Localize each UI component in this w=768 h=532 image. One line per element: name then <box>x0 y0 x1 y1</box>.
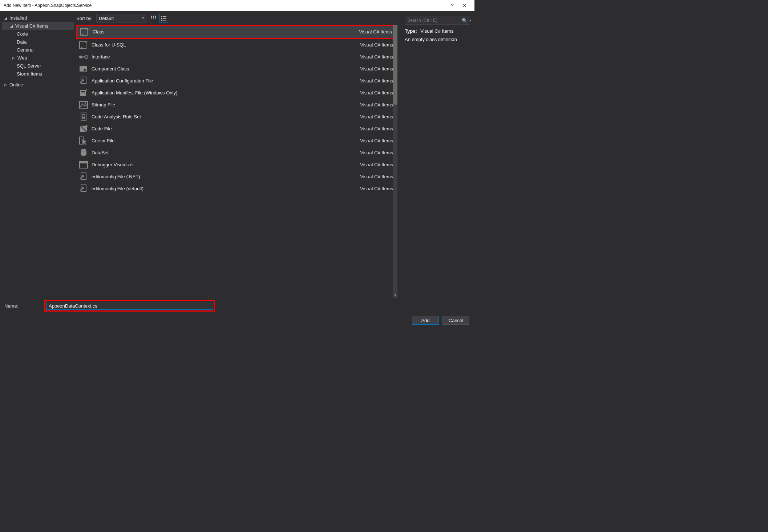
expander-icon: ▷ <box>4 83 9 87</box>
template-component-class[interactable]: Component Class Visual C# Items <box>76 63 397 75</box>
name-label: Name: <box>4 303 41 309</box>
details-type: Type: Visual C# Items <box>405 28 470 34</box>
svg-point-26 <box>85 102 86 104</box>
template-category: Visual C# Items <box>360 126 395 131</box>
tree-label: Visual C# Items <box>15 23 48 29</box>
sidebar-tree: ◢ Installed ◢ Visual C# Items Code Data … <box>0 11 76 298</box>
template-name: Bitmap File <box>89 102 360 107</box>
template-category: Visual C# Items <box>359 29 393 34</box>
search-icon: 🔍 <box>462 18 468 23</box>
template-category: Visual C# Items <box>360 42 395 48</box>
center-toolbar: Sort by: Default ▼ <box>76 14 397 25</box>
template-name: editorconfig File (default) <box>89 186 360 191</box>
svg-rect-9 <box>163 18 166 19</box>
view-medium-icons-button[interactable] <box>149 14 158 23</box>
wrench-file-icon <box>78 76 89 86</box>
svg-rect-1 <box>153 16 154 17</box>
window-icon: C# <box>78 160 89 170</box>
sort-by-label: Sort by: <box>76 16 93 21</box>
close-button[interactable]: ✕ <box>458 0 471 11</box>
template-category: Visual C# Items <box>360 150 395 155</box>
template-app-config[interactable]: Application Configuration File Visual C#… <box>76 75 397 87</box>
scroll-down-icon[interactable]: ▼ <box>393 293 397 298</box>
template-code-analysis[interactable]: Code Analysis Rule Set Visual C# Items <box>76 111 397 123</box>
list-scrollbar[interactable]: ▼ <box>393 25 397 298</box>
template-name: Code Analysis Rule Set <box>89 114 360 119</box>
tree-item-sql-server[interactable]: SQL Server <box>2 62 74 70</box>
template-editorconfig-net[interactable]: editorconfig File (.NET) Visual C# Items <box>76 171 397 183</box>
svg-rect-11 <box>163 20 166 21</box>
tree-item-web[interactable]: ▷ Web <box>2 54 74 62</box>
svg-rect-24 <box>81 93 85 93</box>
ribbon-icon <box>78 112 89 122</box>
template-interface[interactable]: Interface Visual C# Items <box>76 51 397 63</box>
tree-online[interactable]: ▷ Online <box>2 81 74 89</box>
cancel-button[interactable]: Cancel <box>442 316 469 325</box>
tree-label: Code <box>17 31 28 37</box>
template-category: Visual C# Items <box>360 102 395 107</box>
template-category: Visual C# Items <box>360 174 395 179</box>
code-file-icon: C# <box>78 124 89 134</box>
svg-rect-6 <box>161 16 162 17</box>
expander-icon: ◢ <box>4 16 9 20</box>
svg-rect-2 <box>155 16 156 17</box>
class-icon: C# <box>78 40 89 50</box>
tree-label: SQL Server <box>17 63 41 69</box>
template-name: Application Configuration File <box>89 78 360 84</box>
template-list: C# Class Visual C# Items C# Class for U-… <box>76 25 397 195</box>
svg-rect-5 <box>155 17 156 19</box>
template-category: Visual C# Items <box>360 162 395 167</box>
template-editorconfig-default[interactable]: editorconfig File (default) Visual C# It… <box>76 183 397 195</box>
search-input[interactable] <box>407 18 462 23</box>
name-row: Name: <box>0 298 474 314</box>
class-icon: C# <box>79 27 90 37</box>
template-dataset[interactable]: DataSet Visual C# Items <box>76 147 397 159</box>
svg-point-28 <box>82 114 85 117</box>
titlebar: Add New Item - Appeon.SnapObjects.Servic… <box>0 0 474 11</box>
bottom-panel: Name: Add Cancel <box>0 298 474 329</box>
help-button[interactable]: ? <box>446 0 458 11</box>
view-toggle-group <box>149 14 168 23</box>
template-cursor-file[interactable]: Cursor File Visual C# Items <box>76 135 397 147</box>
chevron-down-icon: ▼ <box>469 19 472 22</box>
main-area: ◢ Installed ◢ Visual C# Items Code Data … <box>0 11 474 298</box>
interface-icon <box>78 52 89 62</box>
template-class-usql[interactable]: C# Class for U-SQL Visual C# Items <box>76 39 397 51</box>
scrollbar-thumb[interactable] <box>393 25 397 105</box>
wrench-file-icon <box>78 172 89 182</box>
sort-by-dropdown[interactable]: Default ▼ <box>96 14 147 23</box>
template-category: Visual C# Items <box>360 54 395 60</box>
svg-rect-10 <box>161 20 162 21</box>
tree-item-storm-items[interactable]: Storm Items <box>2 70 74 78</box>
tree-visual-cs-items[interactable]: ◢ Visual C# Items <box>2 22 74 30</box>
wrench-file-icon <box>78 184 89 194</box>
template-name: Interface <box>89 54 360 60</box>
template-name: Debugger Visualizer <box>89 162 360 167</box>
tree-item-code[interactable]: Code <box>2 30 74 38</box>
tree-label: Online <box>9 82 23 88</box>
template-category: Visual C# Items <box>360 186 395 191</box>
type-label: Type: <box>405 28 417 34</box>
svg-text:C#: C# <box>86 161 88 164</box>
name-input[interactable] <box>46 302 213 310</box>
tree-item-general[interactable]: General <box>2 46 74 54</box>
template-name: Code File <box>89 126 360 131</box>
template-debugger-visualizer[interactable]: C# Debugger Visualizer Visual C# Items <box>76 159 397 171</box>
search-box[interactable]: 🔍 ▼ <box>405 16 470 25</box>
template-bitmap[interactable]: Bitmap File Visual C# Items <box>76 99 397 111</box>
template-app-manifest[interactable]: Application Manifest File (Windows Only)… <box>76 87 397 99</box>
tree-installed[interactable]: ◢ Installed <box>2 14 74 22</box>
details-panel: 🔍 ▼ Type: Visual C# Items An empty class… <box>400 11 474 298</box>
view-list-button[interactable] <box>159 14 168 23</box>
template-code-file[interactable]: C# Code File Visual C# Items <box>76 123 397 135</box>
cursor-icon <box>78 136 89 146</box>
template-class[interactable]: C# Class Visual C# Items <box>77 26 396 38</box>
template-name: DataSet <box>89 150 360 155</box>
template-name: Class for U-SQL <box>89 42 360 48</box>
svg-point-20 <box>84 69 86 71</box>
svg-rect-4 <box>153 17 154 19</box>
template-name: Component Class <box>89 66 360 72</box>
tree-item-data[interactable]: Data <box>2 38 74 46</box>
tree-label: Data <box>17 39 27 45</box>
add-button[interactable]: Add <box>412 316 439 325</box>
